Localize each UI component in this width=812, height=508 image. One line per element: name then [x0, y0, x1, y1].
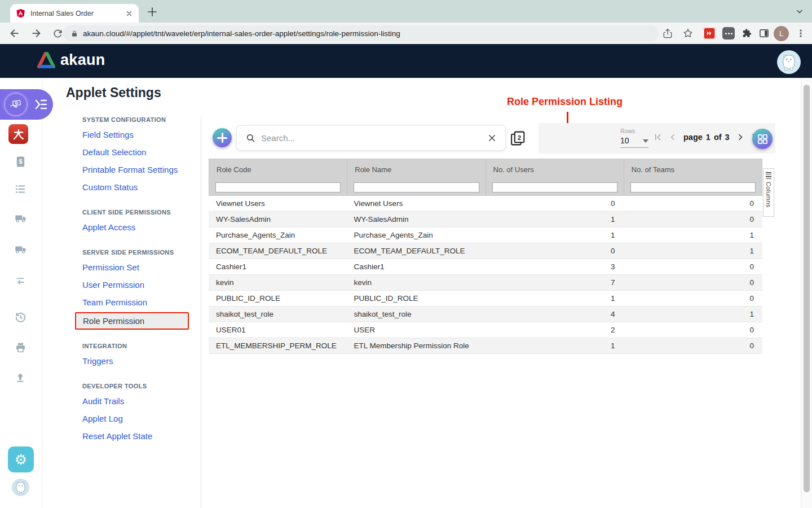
search-clear-icon[interactable] — [488, 134, 496, 142]
history-clock-icon[interactable] — [12, 309, 28, 325]
address-bar[interactable]: akaun.cloud/#/applet/tnt/wavelet/erp/int… — [63, 25, 659, 41]
sidebar-item-default-selection[interactable]: Default Selection — [82, 143, 204, 161]
table-row[interactable]: ECOM_TEAM_DEFAULT_ROLEECOM_TEAM_DEFAULT_… — [209, 243, 762, 259]
search-input[interactable] — [261, 133, 488, 143]
column-header-no-of-users[interactable]: No. of Users — [486, 159, 624, 179]
sidebar-item-reset-applet-state[interactable]: Reset Applet State — [82, 427, 204, 445]
next-page-button[interactable] — [736, 132, 745, 142]
rows-per-page-select[interactable]: 10 — [620, 136, 648, 148]
cell-role-name: shaikot_test_role — [347, 310, 485, 318]
sidebar-item-field-settings[interactable]: Field Settings — [82, 126, 204, 143]
cell-users: 1 — [484, 341, 624, 350]
expand-menu-icon[interactable] — [34, 98, 48, 111]
filter-no-of-users-input[interactable] — [492, 182, 617, 192]
section-system-configuration: SYSTEM CONFIGURATION — [82, 116, 204, 123]
column-header-role-code[interactable]: Role Code — [209, 159, 347, 179]
active-applet-pill[interactable] — [0, 89, 53, 120]
tab-close-icon[interactable] — [125, 10, 133, 17]
annotation-label: Role Permission Listing — [507, 96, 623, 108]
sidebar-item-applet-access[interactable]: Applet Access — [82, 218, 204, 236]
columns-panel-toggle[interactable]: Columns — [763, 168, 774, 217]
cell-teams: 0 — [624, 294, 763, 303]
sidebar-item-custom-status[interactable]: Custom Status — [82, 178, 204, 196]
dots-extension-icon[interactable] — [722, 27, 735, 40]
adblock-extension-icon[interactable] — [703, 27, 716, 40]
shipment-truck-icon[interactable] — [12, 242, 28, 257]
search-box[interactable] — [236, 125, 506, 151]
cell-role-code: Purchase_Agents_Zain — [209, 231, 347, 239]
grid-view-button[interactable] — [752, 129, 773, 149]
table-row[interactable]: PUBLIC_ID_ROLEPUBLIC_ID_ROLE10 — [209, 291, 762, 306]
cell-teams: 0 — [624, 278, 763, 287]
filter-role-code-input[interactable] — [215, 182, 341, 192]
pagination-panel: Rows 10 page 1 of 3 — [539, 123, 775, 154]
columns-lines-icon — [766, 172, 771, 179]
printer-icon[interactable] — [12, 340, 28, 356]
extensions-puzzle-icon[interactable] — [740, 27, 753, 40]
bookmark-star-icon[interactable] — [681, 27, 695, 40]
sidebar-item-role-permission[interactable]: Role Permission — [75, 312, 189, 330]
column-header-role-name[interactable]: Role Name — [347, 159, 485, 179]
logo-text: akaun — [60, 51, 105, 69]
browser-menu-icon[interactable] — [795, 27, 806, 40]
invoice-doc-icon[interactable]: $ — [12, 154, 28, 169]
settings-gear-button[interactable]: ⚙ — [8, 446, 34, 472]
reload-button[interactable] — [51, 27, 64, 40]
previous-page-button[interactable] — [668, 132, 677, 142]
sidebar-item-permission-set[interactable]: Permission Set — [82, 259, 204, 276]
back-button[interactable] — [8, 27, 21, 40]
upload-icon[interactable] — [12, 370, 28, 386]
tab-title: Internal Sales Order — [30, 10, 125, 17]
table-row[interactable]: ETL_MEMBERSHIP_PERM_ROLEETL Membership P… — [209, 338, 762, 354]
table-row[interactable]: Purchase_Agents_ZainPurchase_Agents_Zain… — [209, 227, 762, 243]
user-avatar[interactable] — [777, 50, 801, 74]
cell-users: 3 — [484, 262, 624, 271]
akaun-triangle-icon — [36, 51, 56, 69]
list-icon[interactable] — [12, 181, 28, 197]
cell-users: 2 — [484, 326, 624, 334]
sidebar-item-team-permission[interactable]: Team Permission — [82, 294, 204, 311]
table-row[interactable]: USER01USER20 — [209, 322, 762, 338]
cell-role-code: USER01 — [209, 326, 347, 334]
cell-teams: 0 — [624, 215, 763, 224]
cell-role-code: Viewnet Users — [209, 199, 347, 208]
page-scrollbar-thumb[interactable] — [804, 85, 810, 492]
sidebar-item-audit-trails[interactable]: Audit Trails — [82, 392, 204, 410]
browser-profile-avatar[interactable]: L — [774, 26, 789, 41]
page-scrollbar-track[interactable] — [801, 78, 812, 508]
cell-teams: 1 — [624, 247, 763, 255]
cell-role-code: Cashier1 — [209, 262, 347, 271]
browser-tab[interactable]: Internal Sales Order — [10, 4, 139, 23]
sidebar-item-triggers[interactable]: Triggers — [82, 352, 204, 370]
first-page-button[interactable] — [653, 132, 663, 142]
tab-search-chevron-icon[interactable] — [794, 6, 805, 17]
sidebar-item-printable-format-settings[interactable]: Printable Format Settings — [82, 161, 204, 178]
filter-no-of-teams-input[interactable] — [630, 182, 756, 192]
return-arrow-icon[interactable] — [12, 273, 28, 288]
rail-profile-avatar[interactable] — [12, 479, 29, 496]
cell-role-name: ETL Membership Permission Role — [347, 341, 485, 350]
cell-role-code: shaikot_test_role — [209, 310, 347, 318]
side-panel-icon[interactable] — [757, 27, 771, 40]
forward-button[interactable] — [29, 27, 43, 40]
sales-applet-icon[interactable] — [4, 93, 28, 116]
table-row[interactable]: WY-SalesAdminWY-SalesAdmin10 — [209, 212, 762, 227]
sidebar-item-user-permission[interactable]: User Permission — [82, 276, 204, 294]
table-row[interactable]: kevinkevin70 — [209, 275, 762, 291]
cell-role-name: PUBLIC_ID_ROLE — [347, 294, 485, 303]
table-row[interactable]: shaikot_test_roleshaikot_test_role41 — [209, 306, 762, 322]
filter-role-name-input[interactable] — [354, 182, 479, 192]
add-role-button[interactable] — [213, 128, 232, 147]
sidebar-item-applet-log[interactable]: Applet Log — [82, 410, 204, 427]
column-header-no-of-teams[interactable]: No. of Teams — [624, 159, 762, 179]
columns-label: Columns — [765, 182, 772, 208]
copy-list-icon[interactable]: 2 — [509, 130, 527, 147]
cell-teams: 0 — [624, 199, 763, 208]
new-tab-button[interactable] — [145, 5, 159, 19]
rows-caret-icon — [643, 139, 648, 143]
delivery-truck-icon[interactable] — [12, 211, 28, 226]
table-row[interactable]: Cashier1Cashier130 — [209, 259, 762, 275]
share-icon[interactable] — [661, 27, 674, 40]
table-row[interactable]: Viewnet UsersViewnet Users00 — [209, 196, 762, 212]
dai-applet-icon[interactable] — [8, 124, 28, 144]
